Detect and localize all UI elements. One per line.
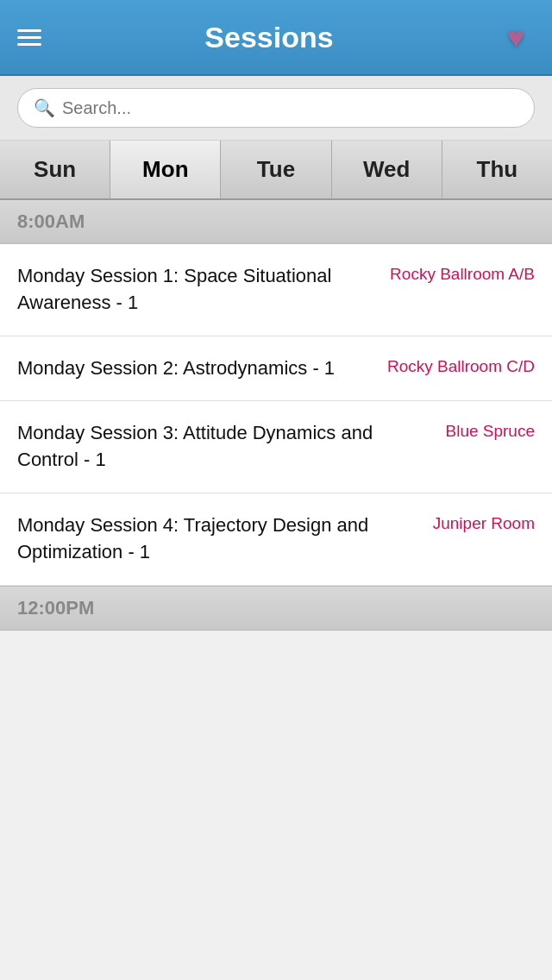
session-title: Monday Session 1: Space Situational Awar… — [17, 263, 390, 317]
page-title: Sessions — [41, 21, 497, 54]
session-item[interactable]: Monday Session 3: Attitude Dynamics and … — [0, 401, 552, 493]
session-room: Blue Spruce — [445, 420, 535, 443]
session-item[interactable]: Monday Session 4: Trajectory Design and … — [0, 493, 552, 586]
search-input[interactable] — [62, 98, 518, 118]
heart-icon: ♥ — [507, 21, 524, 54]
app-header: Sessions ♥ — [0, 0, 552, 76]
session-room: Juniper Room — [433, 512, 535, 536]
day-tab-sun[interactable]: Sun — [0, 141, 110, 198]
session-item[interactable]: Monday Session 1: Space Situational Awar… — [0, 244, 552, 336]
session-item[interactable]: Monday Session 2: Astrodynamics - 1Rocky… — [0, 336, 552, 402]
time-section-800AM: 8:00AM — [0, 200, 552, 244]
session-room: Rocky Ballroom A/B — [390, 263, 535, 286]
search-icon: 🔍 — [34, 97, 55, 118]
day-tab-wed[interactable]: Wed — [332, 141, 442, 198]
sessions-list: 8:00AMMonday Session 1: Space Situationa… — [0, 200, 552, 631]
session-title: Monday Session 2: Astrodynamics - 1 — [17, 355, 387, 382]
day-tab-thu[interactable]: Thu — [442, 141, 552, 198]
session-room: Rocky Ballroom C/D — [387, 355, 535, 379]
time-section-1200PM: 12:00PM — [0, 586, 552, 631]
session-title: Monday Session 3: Attitude Dynamics and … — [17, 420, 445, 474]
search-bar: 🔍 — [0, 76, 552, 141]
favorites-button[interactable]: ♥ — [497, 18, 535, 56]
session-title: Monday Session 4: Trajectory Design and … — [17, 512, 433, 566]
day-tabs: SunMonTueWedThu — [0, 141, 552, 200]
search-wrapper: 🔍 — [17, 88, 535, 128]
day-tab-mon[interactable]: Mon — [110, 141, 221, 198]
day-tab-tue[interactable]: Tue — [221, 141, 331, 198]
menu-button[interactable] — [17, 29, 41, 46]
